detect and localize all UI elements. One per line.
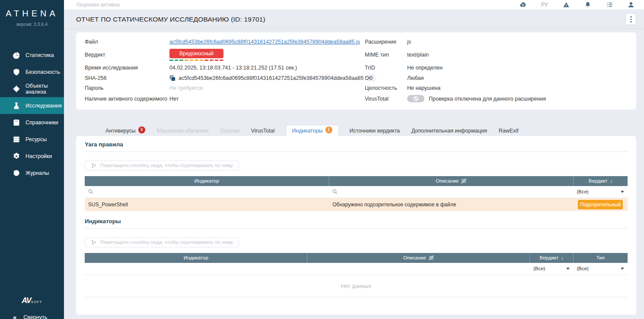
tab-virustotal[interactable]: VirusTotal — [251, 126, 275, 136]
ungroup-icon — [429, 255, 434, 260]
chevron-double-left-icon: « — [13, 313, 16, 319]
sidebar-item-label: Объекты анализа — [26, 83, 64, 95]
indicators-col-verdict[interactable]: Вердикт ↓ — [530, 253, 573, 263]
sidebar-item-analysis-objects[interactable]: Объекты анализа — [0, 80, 64, 97]
virustotal-label: VirusTotal — [365, 94, 407, 104]
indicators-col-indicator[interactable]: Индикатор — [85, 253, 307, 263]
sidebar-item-security[interactable]: Безопасность — [0, 63, 64, 80]
yara-col-description[interactable]: Описание — [329, 176, 573, 186]
indicators-type-filter-select[interactable]: (Все) — [577, 266, 624, 271]
flask-icon — [13, 102, 20, 109]
tab-antiviruses[interactable]: Антивирусы 8 — [105, 126, 145, 136]
file-info-card: Файл ac5fcd5453be26fc6ad0695c88f01431614… — [76, 32, 636, 110]
yara-col-indicator[interactable]: Индикатор — [85, 176, 329, 186]
user-icon[interactable] — [627, 1, 634, 9]
collapse-sidebar-button[interactable]: « Свернуть — [0, 313, 64, 319]
sidebar-item-investigations[interactable]: Исследования — [0, 97, 64, 114]
warning-icon[interactable] — [562, 1, 570, 9]
yara-col-verdict[interactable]: Вердикт ↓ — [573, 176, 628, 186]
app-window: ATHENA версия: 3.3.6.4 Статистика Безопа… — [0, 0, 644, 319]
shield-icon — [13, 69, 20, 76]
antivirus-count-badge: 8 — [138, 126, 145, 133]
scan-time-value: 04.02.2025, 13:18:03.741 - 13:18:21.252 … — [169, 63, 365, 73]
tab-additional-info[interactable]: Дополнительная информация — [411, 126, 487, 136]
indicators-section-title: Индикаторы — [85, 218, 628, 229]
tab-machine-learning: Машинное обучение — [157, 126, 209, 136]
tasks-icon[interactable] — [606, 1, 613, 9]
indicators-count-badge: 1 — [325, 126, 332, 133]
active-content-value: Нет — [169, 94, 365, 104]
ungroup-icon — [461, 178, 466, 183]
collapse-label: Свернуть — [23, 314, 47, 319]
trid-value: Не определен — [407, 63, 628, 73]
sidebar-item-journals[interactable]: Журналы — [0, 164, 64, 181]
tab-links: Ссылки — [220, 126, 239, 136]
extension-label: Расширение — [365, 37, 407, 47]
yara-table: Индикатор Описание Вердикт ↓ — [85, 176, 628, 211]
sidebar-menu: Статистика Безопасность Объекты анализа … — [0, 47, 64, 181]
report-header: ОТЧЕТ ПО СТАТИЧЕСКОМУ ИССЛЕДОВАНИЮ (ID: … — [64, 10, 644, 29]
main-area: Лицензия активна РУ — [64, 0, 644, 319]
indicators-group-dropzone: Перетащите столбец сюда, чтобы сгруппиро… — [85, 237, 239, 247]
sidebar: ATHENA версия: 3.3.6.4 Статистика Безопа… — [0, 0, 64, 319]
indicators-description-filter-input[interactable] — [311, 266, 378, 272]
scan-time-label: Время исследования — [85, 63, 169, 73]
pie-chart-icon — [13, 52, 20, 59]
gear-icon — [13, 153, 20, 160]
verdict-label: Вердикт — [85, 50, 169, 60]
yara-verdict-filter-select[interactable]: (Все) — [577, 189, 624, 194]
license-status: Лицензия активна — [76, 2, 120, 8]
avsoft-logo: AVSOFT — [0, 296, 64, 305]
indicators-col-description[interactable]: Описание — [307, 253, 530, 263]
cloud-upload-icon[interactable] — [520, 1, 527, 9]
os-label: ОС — [365, 73, 407, 83]
indicators-col-type[interactable]: Тип — [573, 253, 628, 263]
tab-indicators[interactable]: Индикаторы 1 — [287, 126, 338, 136]
sidebar-item-resources[interactable]: Ресурсы — [0, 131, 64, 148]
language-toggle[interactable]: РУ — [541, 2, 548, 8]
sidebar-item-statistics[interactable]: Статистика — [0, 47, 64, 63]
report-tabs: Антивирусы 8 Машинное обучение Ссылки Vi… — [76, 126, 636, 136]
chevron-down-icon — [621, 268, 624, 270]
report-body: Файл ac5fcd5453be26fc6ad0695c88f01431614… — [64, 29, 644, 315]
copy-icon[interactable] — [169, 75, 175, 81]
yara-table-row[interactable]: SUS_PowerShell Обнаружено подозрительное… — [85, 198, 628, 211]
group-icon — [91, 163, 96, 168]
sidebar-item-label: Ресурсы — [26, 136, 47, 142]
indicators-table: Индикатор Описание Вердикт ↓ — [85, 253, 628, 298]
more-actions-button[interactable] — [625, 13, 636, 25]
book-icon — [13, 119, 20, 126]
mime-value: text/plain — [407, 50, 628, 60]
sidebar-item-settings[interactable]: Настройки — [0, 148, 64, 164]
athena-logo: ATHENA — [0, 0, 64, 19]
server-icon — [13, 136, 20, 143]
suspicious-badge: Подозрительный — [578, 200, 623, 209]
password-label: Пароль — [85, 83, 169, 93]
severity-scale — [169, 60, 223, 61]
tab-verdict-sources[interactable]: Источники вердикта — [350, 126, 400, 136]
indicators-filter-row: (Все) (Все) — [85, 263, 628, 275]
yara-row-indicator: SUS_PowerShell — [85, 198, 329, 211]
yara-description-filter-input[interactable] — [340, 189, 570, 195]
page-title: ОТЧЕТ ПО СТАТИЧЕСКОМУ ИССЛЕДОВАНИЮ (ID: … — [76, 16, 265, 23]
verdict-indicator: Вредоносный — [169, 49, 223, 61]
integrity-value: Не нарушена — [407, 83, 628, 93]
topbar: Лицензия активна РУ — [64, 0, 644, 10]
indicators-panel: Yara правила Перетащите столбец сюда, чт… — [76, 136, 636, 315]
virustotal-value: Проверка отключена для данного расширени… — [429, 96, 546, 102]
indicators-verdict-filter-select[interactable]: (Все) — [533, 266, 570, 271]
history-icon — [13, 170, 20, 177]
yara-filter-row: (Все) — [85, 186, 628, 198]
sidebar-item-label: Журналы — [26, 170, 49, 176]
tab-rawexif[interactable]: RawExif — [499, 126, 519, 136]
file-link[interactable]: ac5fcd5453be26fc6ad0695c88f0143161427251… — [169, 39, 360, 45]
app-version: версия: 3.3.6.4 — [0, 22, 64, 27]
indicators-indicator-filter-input[interactable] — [88, 266, 155, 272]
sidebar-item-label: Настройки — [26, 153, 52, 159]
yara-indicator-filter-input[interactable] — [96, 189, 325, 195]
bell-icon[interactable] — [584, 1, 591, 9]
sidebar-item-label: Справочники — [26, 120, 58, 126]
sidebar-item-directories[interactable]: Справочники — [0, 114, 64, 131]
topbar-icons: РУ — [520, 1, 634, 9]
empty-state: Нет данных — [85, 275, 628, 297]
